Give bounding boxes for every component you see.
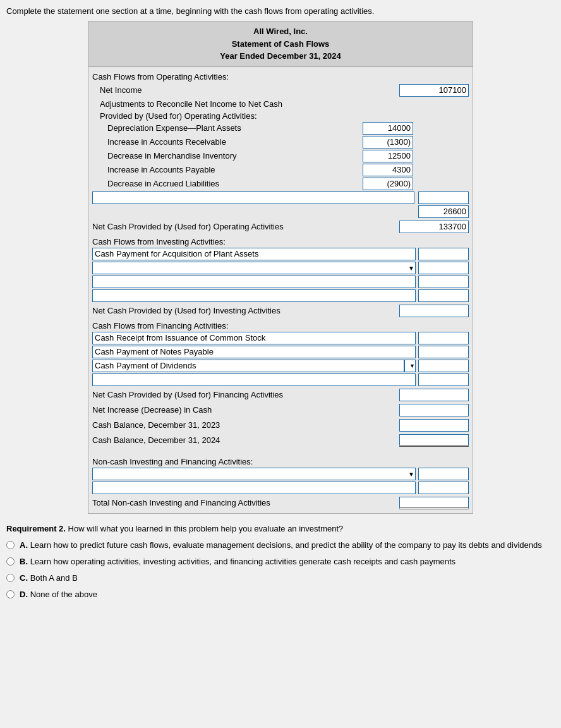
op-item-4-label: Decrease in Accrued Liabilities bbox=[107, 179, 363, 188]
net-cash-operating-input[interactable] bbox=[399, 221, 469, 233]
inv-item-1: ▼ bbox=[92, 262, 469, 274]
op-item-1: Increase in Accounts Receivable bbox=[107, 136, 469, 149]
fin-item-1-val[interactable] bbox=[418, 346, 469, 358]
net-cash-financing-label: Net Cash Provided by (Used for) Financin… bbox=[92, 390, 399, 399]
statement-period: Year Ended December 31, 2024 bbox=[91, 50, 470, 63]
op-item-4: Decrease in Accrued Liabilities bbox=[107, 178, 469, 190]
fin-item-2-dropdown-wrapper: ▼ bbox=[404, 360, 416, 372]
nc-item-0-val[interactable] bbox=[418, 468, 469, 480]
net-cash-financing-input[interactable] bbox=[399, 389, 469, 401]
investing-section-title: Cash Flows from Investing Activities: bbox=[92, 237, 469, 246]
radio-option-d: D. None of the above bbox=[6, 589, 555, 600]
fin-item-2: ▼ bbox=[92, 360, 469, 372]
net-cash-operating-label: Net Cash Provided by (Used for) Operatin… bbox=[92, 222, 399, 231]
statement-title: Statement of Cash Flows bbox=[91, 38, 470, 51]
radio-a[interactable] bbox=[6, 541, 15, 549]
op-item-1-input[interactable] bbox=[363, 136, 413, 149]
radio-option-c: C. Both A and B bbox=[6, 573, 555, 584]
radio-d[interactable] bbox=[6, 590, 15, 598]
op-extra-label-input[interactable] bbox=[92, 191, 414, 204]
op-extra-val1[interactable] bbox=[418, 191, 469, 204]
inv-item-1-dropdown[interactable] bbox=[92, 262, 416, 274]
radio-option-a: A. Learn how to predict future cash flow… bbox=[6, 540, 555, 551]
inv-item-3-label[interactable] bbox=[92, 289, 416, 302]
radio-options: A. Learn how to predict future cash flow… bbox=[6, 540, 555, 601]
noncash-section-title: Non-cash Investing and Financing Activit… bbox=[92, 457, 469, 466]
fin-item-2-val[interactable] bbox=[418, 360, 469, 372]
net-cash-investing-input[interactable] bbox=[399, 305, 469, 317]
fin-item-3-val[interactable] bbox=[418, 373, 469, 386]
nc-item-0: ▼ bbox=[92, 468, 469, 480]
fin-item-0 bbox=[92, 332, 469, 344]
nc-total-row: Total Non-cash Investing and Financing A… bbox=[92, 497, 469, 509]
nc-item-1-val[interactable] bbox=[418, 482, 469, 494]
nc-total-input[interactable] bbox=[399, 497, 469, 509]
fin-item-3-label[interactable] bbox=[92, 373, 416, 386]
op-subtotal-row bbox=[92, 205, 469, 218]
radio-d-label: D. None of the above bbox=[20, 589, 97, 600]
op-item-1-label: Increase in Accounts Receivable bbox=[107, 137, 363, 147]
fin-item-2-label-text[interactable] bbox=[92, 360, 404, 372]
statement-container: All Wired, Inc. Statement of Cash Flows … bbox=[88, 21, 473, 514]
cash-begin-label: Cash Balance, December 31, 2023 bbox=[92, 420, 399, 430]
radio-b-label: B. Learn how operating activities, inves… bbox=[20, 556, 455, 567]
nc-item-0-dropdown[interactable] bbox=[92, 468, 416, 480]
inv-item-0 bbox=[92, 248, 469, 260]
net-increase-row: Net Increase (Decrease) in Cash bbox=[92, 404, 469, 416]
radio-b[interactable] bbox=[6, 557, 15, 566]
op-item-0: Depreciation Expense—Plant Assets bbox=[107, 122, 469, 135]
net-increase-label: Net Increase (Decrease) in Cash bbox=[92, 405, 399, 415]
fin-item-0-label[interactable] bbox=[92, 332, 416, 344]
provided-label: Provided by (Used for) Operating Activit… bbox=[100, 111, 469, 121]
inv-item-2-label[interactable] bbox=[92, 276, 416, 288]
inv-item-1-val[interactable] bbox=[418, 262, 469, 274]
cash-begin-input[interactable] bbox=[399, 419, 469, 432]
radio-c[interactable] bbox=[6, 574, 15, 582]
op-item-3-input[interactable] bbox=[363, 164, 413, 176]
fin-item-1 bbox=[92, 346, 469, 358]
cash-end-label: Cash Balance, December 31, 2024 bbox=[92, 435, 399, 445]
operating-section-title: Cash Flows from Operating Activities: bbox=[92, 72, 469, 82]
nc-item-1 bbox=[92, 482, 469, 494]
net-cash-investing-label: Net Cash Provided by (Used for) Investin… bbox=[92, 306, 399, 315]
inv-item-2-val[interactable] bbox=[418, 276, 469, 288]
company-name: All Wired, Inc. bbox=[91, 25, 470, 38]
instruction-text: Complete the statement one section at a … bbox=[6, 6, 555, 16]
op-item-3-label: Increase in Accounts Payable bbox=[107, 165, 363, 174]
fin-item-2-dropdown[interactable] bbox=[404, 360, 416, 372]
cash-end-row: Cash Balance, December 31, 2024 bbox=[92, 434, 469, 447]
radio-option-b: B. Learn how operating activities, inves… bbox=[6, 556, 555, 567]
net-income-input[interactable] bbox=[399, 84, 469, 97]
op-item-2-label: Decrease in Merchandise Inventory bbox=[107, 151, 363, 161]
net-cash-operating-row: Net Cash Provided by (Used for) Operatin… bbox=[92, 221, 469, 233]
inv-item-0-val[interactable] bbox=[418, 248, 469, 260]
op-item-0-input[interactable] bbox=[363, 122, 413, 135]
radio-a-label: A. Learn how to predict future cash flow… bbox=[20, 540, 542, 551]
nc-item-1-label[interactable] bbox=[92, 482, 416, 494]
inv-item-3-val[interactable] bbox=[418, 289, 469, 302]
fin-item-3 bbox=[92, 373, 469, 386]
op-item-4-input[interactable] bbox=[363, 178, 413, 190]
requirement-title: Requirement 2. How will what you learned… bbox=[6, 524, 555, 533]
inv-item-3 bbox=[92, 289, 469, 302]
statement-header: All Wired, Inc. Statement of Cash Flows … bbox=[88, 21, 473, 67]
requirement-section: Requirement 2. How will what you learned… bbox=[6, 524, 555, 601]
op-item-0-label: Depreciation Expense—Plant Assets bbox=[107, 123, 363, 133]
requirement-question: How will what you learned in this proble… bbox=[68, 524, 344, 533]
net-cash-investing-row: Net Cash Provided by (Used for) Investin… bbox=[92, 305, 469, 317]
cash-end-input[interactable] bbox=[399, 434, 469, 447]
inv-item-1-dropdown-wrapper: ▼ bbox=[92, 262, 416, 274]
radio-c-label: C. Both A and B bbox=[20, 573, 78, 584]
op-item-2-input[interactable] bbox=[363, 150, 413, 162]
nc-item-0-dropdown-wrapper: ▼ bbox=[92, 468, 416, 480]
op-item-3: Increase in Accounts Payable bbox=[107, 164, 469, 176]
nc-total-label: Total Non-cash Investing and Financing A… bbox=[92, 498, 399, 507]
inv-item-2 bbox=[92, 276, 469, 288]
net-increase-input[interactable] bbox=[399, 404, 469, 416]
cash-begin-row: Cash Balance, December 31, 2023 bbox=[92, 419, 469, 432]
op-subtotal-input[interactable] bbox=[418, 205, 469, 218]
fin-item-1-label[interactable] bbox=[92, 346, 416, 358]
fin-item-0-val[interactable] bbox=[418, 332, 469, 344]
financing-section-title: Cash Flows from Financing Activities: bbox=[92, 321, 469, 331]
inv-item-0-label[interactable] bbox=[92, 248, 416, 260]
